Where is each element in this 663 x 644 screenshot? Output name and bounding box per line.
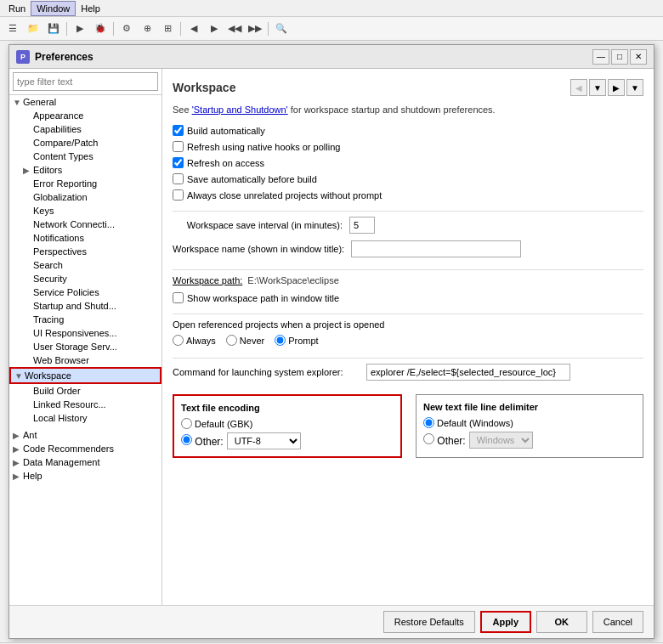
tree-item-linked-resources[interactable]: Linked Resourc... (9, 398, 162, 411)
toolbar-search[interactable]: 🔍 (272, 20, 291, 38)
workspace-name-input[interactable] (351, 240, 521, 257)
tree-item-code-recommenders[interactable]: ▶ Code Recommenders (9, 442, 162, 455)
tree-item-compare-patch[interactable]: Compare/Patch (9, 136, 162, 150)
tree-item-perspectives[interactable]: Perspectives (9, 245, 162, 258)
filter-input[interactable] (13, 72, 158, 91)
refresh-access-checkbox[interactable] (173, 157, 184, 168)
command-input[interactable] (366, 364, 570, 381)
workspace-path-row: Workspace path: E:\WorkSpace\eclipse (173, 275, 643, 285)
close-unrelated-label: Always close unrelated projects without … (187, 190, 382, 201)
dialog-close[interactable]: ✕ (630, 49, 647, 65)
toolbar-save[interactable]: 💾 (44, 20, 63, 38)
tree-item-security[interactable]: Security (9, 272, 162, 285)
menu-help[interactable]: Help (76, 2, 105, 15)
nav-forward-button[interactable]: ▶ (608, 79, 625, 96)
tree-item-capabilities[interactable]: Capabilities (9, 122, 162, 136)
cancel-button[interactable]: Cancel (592, 611, 643, 633)
refresh-native-checkbox[interactable] (173, 141, 184, 152)
startup-shutdown-link[interactable]: 'Startup and Shutdown' (192, 105, 288, 115)
radio-never[interactable] (226, 335, 237, 346)
delimiter-other-radio[interactable] (423, 433, 434, 444)
tree-item-label: Build Order (33, 386, 81, 396)
encoding-dropdown[interactable]: UTF-8 GBK ISO-8859-1 UTF-16 (227, 432, 301, 449)
tree-item-network[interactable]: Network Connecti... (9, 217, 162, 231)
workspace-path-label: Workspace path: (173, 275, 242, 285)
nav-back-button[interactable]: ◀ (570, 79, 587, 96)
radio-prompt-label[interactable]: Prompt (275, 335, 318, 346)
tree-item-editors[interactable]: ▶ Editors (9, 163, 162, 177)
tree-item-ant[interactable]: ▶ Ant (9, 428, 162, 442)
toolbar-extra2[interactable]: ⊕ (138, 20, 156, 38)
tree-item-keys[interactable]: Keys (9, 204, 162, 217)
tree-item-user-storage[interactable]: User Storage Serv... (9, 340, 162, 353)
tree-item-ui-responsiveness[interactable]: UI Responsivenes... (9, 326, 162, 340)
expand-icon: ▶ (23, 166, 33, 175)
radio-never-label[interactable]: Never (226, 335, 264, 346)
tree-item-label: Error Reporting (33, 178, 97, 189)
nav-dropdown2-button[interactable]: ▼ (626, 79, 643, 96)
checkbox-refresh-native: Refresh using native hooks or polling (173, 141, 643, 152)
expand-icon: ▶ (13, 431, 23, 440)
tree-item-workspace[interactable]: ▼ Workspace (9, 367, 162, 384)
toolbar-open[interactable]: 📁 (24, 20, 42, 38)
toolbar-forward[interactable]: ▶ (205, 20, 224, 38)
toolbar-run[interactable]: ▶ (71, 20, 89, 38)
dialog-title-text: Preferences (35, 51, 94, 63)
command-row: Command for launching system explorer: (173, 364, 643, 381)
tree-item-startup[interactable]: Startup and Shutd... (9, 299, 162, 313)
delimiter-default-label[interactable]: Default (Windows) (423, 417, 513, 428)
toolbar-back2[interactable]: ◀◀ (225, 20, 244, 38)
menu-run[interactable]: Run (3, 2, 31, 15)
toolbar-forward2[interactable]: ▶▶ (246, 20, 264, 38)
build-auto-checkbox[interactable] (173, 125, 184, 136)
save-interval-input[interactable] (349, 217, 375, 234)
radio-prompt[interactable] (275, 335, 286, 346)
checkbox-save-before-build: Save automatically before build (173, 173, 643, 184)
delimiter-default-radio[interactable] (423, 417, 434, 428)
content-area: Workspace ◀ ▼ ▶ ▼ See 'Startup and Shutd… (162, 69, 654, 605)
nav-arrows: ◀ ▼ ▶ ▼ (570, 79, 643, 96)
show-path-checkbox[interactable] (173, 292, 184, 303)
nav-dropdown-button[interactable]: ▼ (589, 79, 606, 96)
tree-item-label: Ant (23, 430, 37, 440)
checkbox-build-auto: Build automatically (173, 125, 643, 136)
encoding-other-label[interactable]: Other: (181, 434, 224, 448)
toolbar-back[interactable]: ◀ (184, 20, 203, 38)
encoding-other-radio[interactable] (181, 434, 192, 445)
ok-button[interactable]: OK (536, 611, 587, 633)
delimiter-other-label[interactable]: Other: (423, 433, 466, 447)
dialog-minimize[interactable]: — (592, 49, 609, 65)
restore-defaults-button[interactable]: Restore Defaults (383, 611, 475, 633)
delimiter-dropdown[interactable]: Windows Unix Mac (469, 432, 533, 449)
tree-item-general[interactable]: ▼ General (9, 95, 162, 109)
encoding-default-radio[interactable] (181, 418, 192, 429)
tree-item-tracing[interactable]: Tracing (9, 313, 162, 326)
tree-item-help[interactable]: ▶ Help (9, 469, 162, 483)
tree-item-local-history[interactable]: Local History (9, 411, 162, 425)
tree-item-error-reporting[interactable]: Error Reporting (9, 177, 162, 190)
tree-item-appearance[interactable]: Appearance (9, 109, 162, 122)
tree-item-globalization[interactable]: Globalization (9, 190, 162, 204)
toolbar-extra1[interactable]: ⚙ (117, 20, 136, 38)
menu-window[interactable]: Window (31, 1, 76, 16)
save-before-build-checkbox[interactable] (173, 173, 184, 184)
encoding-default-label[interactable]: Default (GBK) (181, 418, 252, 429)
tree-item-content-types[interactable]: Content Types (9, 150, 162, 163)
toolbar-new[interactable]: ☰ (3, 20, 22, 38)
checkbox-refresh-access: Refresh on access (173, 157, 643, 168)
dialog-maximize[interactable]: □ (611, 49, 628, 65)
tree-item-search[interactable]: Search (9, 258, 162, 272)
text-encoding-panel: Text file encoding Default (GBK) Other: (173, 394, 402, 458)
toolbar-debug[interactable]: 🐞 (91, 20, 110, 38)
apply-button[interactable]: Apply (480, 611, 531, 633)
toolbar-extra3[interactable]: ⊞ (158, 20, 177, 38)
tree-item-data-management[interactable]: ▶ Data Management (9, 455, 162, 469)
tree-item-notifications[interactable]: Notifications (9, 231, 162, 245)
tree-item-web-browser[interactable]: Web Browser (9, 353, 162, 367)
radio-always[interactable] (173, 335, 184, 346)
tree-item-build-order[interactable]: Build Order (9, 384, 162, 398)
radio-always-label[interactable]: Always (173, 335, 216, 346)
close-unrelated-checkbox[interactable] (173, 189, 184, 201)
tree-item-service-policies[interactable]: Service Policies (9, 285, 162, 299)
sidebar: ▼ General Appearance Capabilities Compar… (9, 69, 162, 605)
